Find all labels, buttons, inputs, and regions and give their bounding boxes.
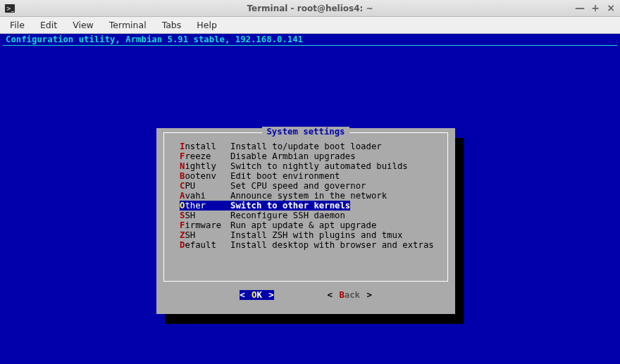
- system-settings-dialog: System settings Install Install to/updat…: [156, 128, 455, 314]
- menu-item-desc: Switch to nightly automated builds: [230, 161, 408, 171]
- dialog-title: System settings: [164, 127, 447, 137]
- menu-item-desc: Install desktop with browser and extras: [230, 240, 434, 250]
- menu-item-desc: Edit boot environment: [230, 171, 340, 181]
- back-button[interactable]: < Back >: [328, 290, 372, 300]
- close-button[interactable]: ×: [606, 2, 616, 13]
- maximize-button[interactable]: +: [590, 2, 600, 13]
- menubar: File Edit View Terminal Tabs Help: [0, 17, 620, 34]
- terminal-area[interactable]: Configuration utility, Armbian 5.91 stab…: [0, 34, 620, 364]
- window-titlebar: >_ Terminal - root@helios4: ~ — + ×: [0, 0, 620, 17]
- ok-button[interactable]: < OK >: [240, 290, 273, 300]
- window-controls: — + ×: [575, 2, 616, 13]
- menu-item-install[interactable]: Install Install to/update boot loader: [168, 142, 443, 151]
- menu-item-desc: Switch to other kernels: [230, 201, 350, 211]
- menu-item-desc: Set CPU speed and governor: [230, 181, 366, 191]
- menu-item-desc: Reconfigure SSH daemon: [230, 211, 345, 220]
- menu-item-desc: Disable Armbian upgrades: [230, 151, 356, 161]
- menu-item-name: Avahi: [180, 191, 230, 201]
- menu-item-bootenv[interactable]: Bootenv Edit boot environment: [168, 171, 443, 181]
- menu-tabs[interactable]: Tabs: [155, 18, 189, 32]
- menu-item-name: ZSH: [180, 230, 230, 240]
- menu-item-ssh[interactable]: SSH Reconfigure SSH daemon: [168, 211, 443, 220]
- menu-item-firmware[interactable]: Firmware Run apt update & apt upgrade: [168, 220, 443, 230]
- svg-text:>_: >_: [6, 6, 14, 12]
- menu-file[interactable]: File: [3, 18, 32, 32]
- menu-item-desc: Run apt update & apt upgrade: [230, 220, 376, 230]
- menu-item-name: Nightly: [180, 161, 230, 171]
- menu-list: Install Install to/update boot loaderFre…: [168, 137, 443, 250]
- menu-terminal[interactable]: Terminal: [102, 18, 154, 32]
- menu-item-name: CPU: [180, 181, 230, 191]
- menu-item-name: SSH: [180, 211, 230, 220]
- menu-item-name: Default: [180, 240, 230, 250]
- menu-item-avahi[interactable]: Avahi Announce system in the network: [168, 191, 443, 201]
- menu-view[interactable]: View: [66, 18, 101, 32]
- menu-edit[interactable]: Edit: [33, 18, 64, 32]
- menu-item-freeze[interactable]: Freeze Disable Armbian upgrades: [168, 151, 443, 161]
- menu-item-cpu[interactable]: CPU Set CPU speed and governor: [168, 181, 443, 191]
- dialog-buttons: < OK > < Back >: [163, 290, 448, 300]
- menu-item-name: Other: [180, 201, 230, 211]
- menu-item-other[interactable]: Other Switch to other kernels: [168, 201, 443, 211]
- menu-item-desc: Announce system in the network: [230, 191, 387, 201]
- config-header: Configuration utility, Armbian 5.91 stab…: [3, 34, 617, 46]
- menu-item-desc: Install ZSH with plugins and tmux: [230, 230, 402, 240]
- menu-item-name: Bootenv: [180, 171, 230, 181]
- window-title: Terminal - root@helios4: ~: [247, 4, 373, 13]
- menu-item-name: Freeze: [180, 151, 230, 161]
- menu-item-desc: Install to/update boot loader: [230, 142, 382, 151]
- menu-item-zsh[interactable]: ZSH Install ZSH with plugins and tmux: [168, 230, 443, 240]
- dialog-inner-frame: System settings Install Install to/updat…: [163, 132, 448, 282]
- menu-help[interactable]: Help: [190, 18, 224, 32]
- terminal-app-icon: >_: [4, 3, 16, 14]
- menu-item-nightly[interactable]: Nightly Switch to nightly automated buil…: [168, 161, 443, 171]
- menu-item-name: Firmware: [180, 220, 230, 230]
- menu-item-default[interactable]: Default Install desktop with browser and…: [168, 240, 443, 250]
- minimize-button[interactable]: —: [575, 2, 585, 13]
- menu-item-name: Install: [180, 142, 230, 151]
